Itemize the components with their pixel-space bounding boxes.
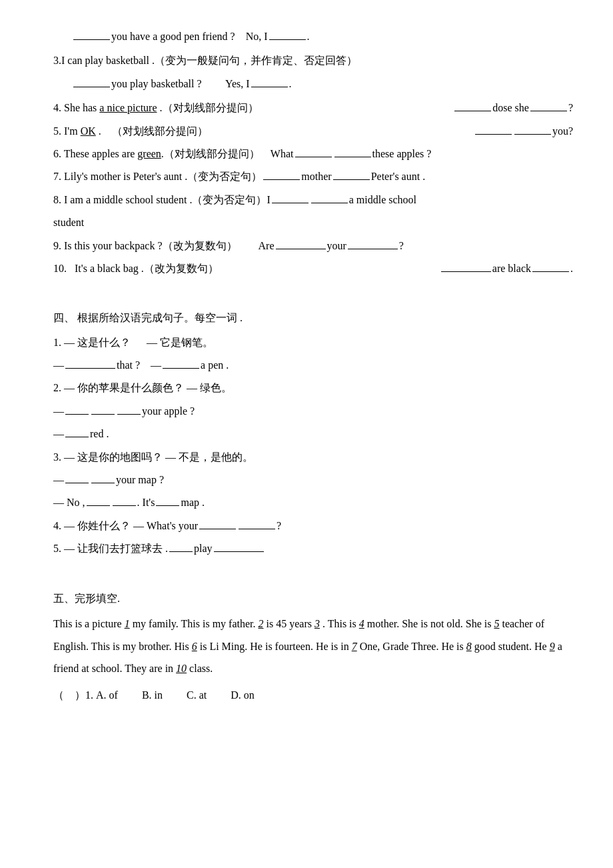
text-5-start: 5. I'm OK . （对划线部分提问） [53,121,208,141]
blank-12 [333,179,370,180]
text-4-start: 4. She has a nice picture .（对划线部分提问） [53,98,259,118]
part4-4-cn: 4. — 你姓什么？ — What's your ? [53,516,573,536]
part4-item1: 1. — 这是什么？ — 它是钢笔。 — that ? — a pen . [53,333,573,376]
text-3: 3.I can play basketball .（变为一般疑问句，并作肯定、否… [53,51,357,71]
line-10: 10. It's a black bag .（改为复数句） are black … [53,259,573,279]
part4-3-cn: 3. — 这是你的地图吗？ — 不是，是他的。 [53,447,573,467]
text-mother: mother [301,167,331,187]
part5-section: 五、完形填空. This is a picture 1 my family. T… [53,589,573,706]
blank-21 [65,414,89,415]
line-pen-friend: you have a good pen friend ? No, I . [53,27,573,47]
text-apples: these apples ? [372,144,432,164]
line-basketball: you play basketball ? Yes, I . [53,74,573,94]
blank-16 [348,249,398,249]
part4-item5: 5. — 让我们去打篮球去 . play [53,539,573,559]
part4-5-cn: 5. — 让我们去打篮球去 . play [53,539,573,559]
line-8: 8. I am a middle school student .（变为否定句）… [53,190,573,210]
q-mark2: ? [399,236,404,256]
blank-2 [269,39,306,40]
blank-24 [65,437,89,437]
blank-25 [65,483,89,483]
text-basketball: you play basketball ? Yes, I [111,74,250,94]
q-mark: ? [568,98,573,118]
blank-4 [251,87,288,87]
line-8b: student [53,213,573,233]
part4-item3: 3. — 这是你的地图吗？ — 不是，是他的。 — your map ? — N… [53,447,573,513]
part3-section: you have a good pen friend ? No, I . 3.I… [53,27,573,279]
line-4: 4. She has a nice picture .（对划线部分提问） dos… [53,98,573,118]
indent-space2 [53,74,72,94]
blank-6 [530,111,567,111]
part4-3-en2: — No , . It's map . [53,493,573,513]
text-6-start: 6. These apples are green.（对划线部分提问） What [53,144,294,164]
text-pen-friend: you have a good pen friend ? No, I [111,27,268,47]
text-are-black: are black [492,259,531,279]
line-5: 5. I'm OK . （对划线部分提问） you? [53,121,573,141]
blank-27 [87,505,110,506]
blank-20 [163,368,199,369]
indent-space [53,27,72,47]
blank-31 [239,529,275,529]
text-dose: dose she [492,98,529,118]
part4-3-en1: — your map ? [53,470,573,490]
part4-2-en1: — your apple ? [53,401,573,421]
blank-10 [334,157,371,157]
part4-2-cn: 2. — 你的苹果是什么颜色？ — 绿色。 [53,378,573,398]
blank-26 [91,483,115,483]
blank-5 [454,111,491,111]
blank-17 [441,271,491,272]
line-6: 6. These apples are green.（对划线部分提问） What… [53,144,573,164]
text-middle: a middle school [349,190,416,210]
part5-passage: This is a picture 1 my family. This is m… [53,613,573,680]
part4-2-en2: — red . [53,424,573,444]
blank-13 [272,203,308,203]
blank-1 [73,39,110,40]
part4-section: 四、 根据所给汉语完成句子。每空一词 . 1. — 这是什么？ — 它是钢笔。 … [53,308,573,559]
part4-1-cn: 1. — 这是什么？ — 它是钢笔。 [53,333,573,353]
part4-item4: 4. — 你姓什么？ — What's your ? [53,516,573,536]
period: . [307,27,310,47]
blank-9 [295,157,332,157]
part5-choices: （ ）1. A. of B. in C. at D. on [53,685,573,705]
blank-28 [113,505,136,506]
line-3-header: 3.I can play basketball .（变为一般疑问句，并作肯定、否… [53,51,573,71]
blank-14 [311,203,348,203]
period2: . [289,74,292,94]
blank-3 [73,87,110,87]
blank-22 [91,414,115,415]
blank-30 [199,529,236,529]
blank-15 [276,249,326,249]
text-peters-aunt: Peter's aunt . [371,167,426,187]
choice-1: （ ）1. A. of B. in C. at D. on [53,685,573,705]
part5-title: 五、完形填空. [53,589,573,609]
line-9: 9. Is this your backpack ?（改为复数句） Are yo… [53,236,573,256]
worksheet-container: you have a good pen friend ? No, I . 3.I… [53,27,573,705]
text-your: your [327,236,346,256]
text-student: student [53,213,84,233]
line-7: 7. Lily's mother is Peter's aunt .（变为否定句… [53,167,573,187]
blank-33 [214,551,264,552]
part4-title: 四、 根据所给汉语完成句子。每空一词 . [53,308,573,328]
period3: . [570,259,573,279]
blank-7 [475,134,512,135]
blank-23 [117,414,141,415]
blank-32 [169,551,193,552]
text-7-start: 7. Lily's mother is Peter's aunt .（变为否定句… [53,167,262,187]
blank-18 [532,271,569,272]
text-10-start: 10. It's a black bag .（改为复数句） [53,259,219,279]
part4-1-en: — that ? — a pen . [53,355,573,375]
blank-19 [65,368,115,369]
text-you: you? [552,121,573,141]
blank-11 [263,179,300,180]
text-8-start: 8. I am a middle school student .（变为否定句）… [53,190,271,210]
text-9-start: 9. Is this your backpack ?（改为复数句） Are [53,236,275,256]
blank-8 [514,134,551,135]
blank-29 [156,505,179,506]
part4-item2: 2. — 你的苹果是什么颜色？ — 绿色。 — your apple ? — r… [53,378,573,444]
